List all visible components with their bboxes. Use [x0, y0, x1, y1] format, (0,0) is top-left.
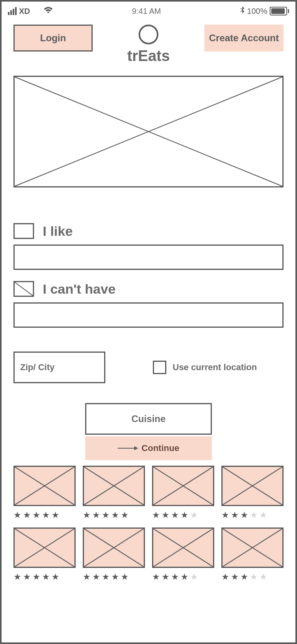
cant-have-icon-box [13, 281, 34, 297]
star-icon: ★ [23, 510, 31, 520]
logo-icon [139, 25, 158, 44]
thumbnail-placeholder [221, 466, 284, 506]
star-icon: ★ [92, 572, 100, 582]
carrier-label: XD [19, 7, 30, 16]
thumbnail-placeholder [83, 466, 145, 506]
create-account-button[interactable]: Create Account [204, 25, 284, 52]
star-icon: ★ [102, 572, 110, 582]
result-card[interactable]: ★★★★★ [152, 466, 214, 520]
bluetooth-icon [240, 6, 245, 16]
star-rating: ★★★★★ [152, 572, 214, 582]
star-rating: ★★★★★ [13, 572, 76, 582]
use-location-label: Use current location [173, 362, 257, 373]
hero-image-placeholder [13, 76, 284, 187]
star-rating: ★★★★★ [83, 572, 145, 582]
star-icon: ★ [152, 572, 160, 582]
star-icon: ★ [32, 510, 40, 520]
star-icon: ★ [42, 572, 50, 582]
star-rating: ★★★★★ [83, 510, 145, 520]
like-input[interactable] [13, 245, 284, 270]
app-name: trEats [127, 48, 170, 65]
use-location-checkbox[interactable] [153, 361, 166, 374]
star-icon: ★ [13, 572, 21, 582]
cant-have-label: I can't have [43, 281, 116, 297]
star-icon: ★ [181, 572, 188, 582]
cant-have-input[interactable] [13, 302, 284, 328]
star-icon: ★ [152, 510, 160, 520]
star-icon: ★ [42, 510, 50, 520]
battery-icon [270, 7, 289, 15]
wifi-icon [44, 7, 53, 16]
star-rating: ★★★★★ [152, 510, 214, 520]
result-card[interactable]: ★★★★★ [221, 466, 284, 520]
continue-label: Continue [141, 443, 179, 453]
status-bar: XD 9:41 AM 100% [2, 2, 295, 19]
result-card[interactable]: ★★★★★ [221, 527, 284, 582]
star-icon: ★ [121, 510, 129, 520]
star-icon: ★ [102, 510, 110, 520]
thumbnail-placeholder [13, 527, 76, 568]
result-card[interactable]: ★★★★★ [83, 527, 145, 582]
thumbnail-placeholder [221, 527, 284, 568]
thumbnail-placeholder [152, 527, 214, 568]
like-icon-box [13, 223, 34, 239]
star-icon: ★ [111, 572, 119, 582]
star-icon: ★ [171, 572, 179, 582]
star-icon: ★ [231, 510, 239, 520]
thumbnail-placeholder [83, 527, 145, 568]
results-grid: ★★★★★★★★★★★★★★★★★★★★★★★★★★★★★★★★★★★★★★★★ [2, 460, 295, 582]
star-icon: ★ [221, 572, 229, 582]
result-card[interactable]: ★★★★★ [83, 466, 145, 520]
star-icon: ★ [259, 510, 267, 520]
like-label: I like [43, 224, 73, 239]
result-card[interactable]: ★★★★★ [13, 466, 76, 520]
continue-button[interactable]: Continue [85, 436, 212, 460]
star-icon: ★ [92, 510, 100, 520]
status-time: 9:41 AM [132, 7, 161, 16]
star-icon: ★ [13, 510, 21, 520]
star-icon: ★ [171, 510, 179, 520]
battery-percent: 100% [247, 7, 267, 16]
result-card[interactable]: ★★★★★ [13, 527, 76, 582]
star-icon: ★ [240, 572, 248, 582]
arrow-right-icon [118, 448, 137, 449]
login-button[interactable]: Login [13, 25, 93, 52]
star-icon: ★ [51, 572, 59, 582]
star-icon: ★ [32, 572, 40, 582]
result-card[interactable]: ★★★★★ [152, 527, 214, 582]
star-icon: ★ [23, 572, 31, 582]
star-icon: ★ [83, 572, 91, 582]
star-rating: ★★★★★ [13, 510, 76, 520]
star-icon: ★ [190, 510, 198, 520]
star-icon: ★ [111, 510, 119, 520]
star-icon: ★ [231, 572, 239, 582]
star-icon: ★ [181, 510, 188, 520]
star-rating: ★★★★★ [221, 510, 284, 520]
signal-icon [8, 7, 17, 15]
star-icon: ★ [259, 572, 267, 582]
star-icon: ★ [221, 510, 229, 520]
star-icon: ★ [250, 510, 258, 520]
star-icon: ★ [83, 510, 91, 520]
header: Login trEats Create Account [2, 19, 295, 65]
zip-city-input[interactable]: Zip/ City [13, 352, 105, 383]
thumbnail-placeholder [13, 466, 76, 506]
svg-line-2 [15, 282, 33, 296]
star-rating: ★★★★★ [221, 572, 284, 582]
thumbnail-placeholder [152, 466, 214, 506]
star-icon: ★ [162, 510, 169, 520]
star-icon: ★ [250, 572, 258, 582]
star-icon: ★ [240, 510, 248, 520]
star-icon: ★ [190, 572, 198, 582]
star-icon: ★ [51, 510, 59, 520]
cuisine-button[interactable]: Cuisine [85, 403, 212, 435]
star-icon: ★ [162, 572, 169, 582]
star-icon: ★ [121, 572, 129, 582]
